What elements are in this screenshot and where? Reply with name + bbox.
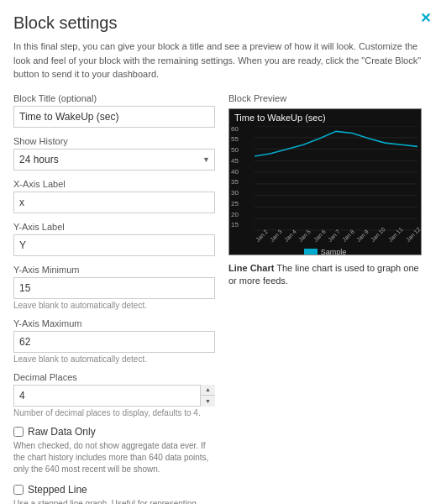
stepped-line-label: Stepped Line xyxy=(28,484,87,496)
raw-data-description: When checked, do not show aggregate data… xyxy=(13,440,215,475)
chart-svg xyxy=(255,126,417,231)
decimal-places-hint: Number of decimal places to display, def… xyxy=(13,408,215,417)
spinner-down-button[interactable]: ▼ xyxy=(201,396,215,407)
y-label-15: 15 xyxy=(231,222,239,228)
decimal-places-input[interactable] xyxy=(13,385,215,407)
show-history-select[interactable]: 1 hour 6 hours 12 hours 24 hours 3 days … xyxy=(13,149,215,171)
main-layout: Block Title (optional) Show History 1 ho… xyxy=(13,93,428,505)
x-axis-input[interactable] xyxy=(13,192,215,213)
block-title-label: Block Title (optional) xyxy=(13,93,215,103)
raw-data-checkbox[interactable] xyxy=(13,427,24,437)
y-axis-min-label: Y-Axis Minimum xyxy=(13,265,215,275)
modal-description: In this final step, you can give your bl… xyxy=(13,39,428,81)
y-label-45: 45 xyxy=(231,158,239,165)
decimal-places-wrapper: ▲ ▼ xyxy=(13,385,215,407)
chart-description-bold: Line Chart xyxy=(228,263,274,273)
spinner-arrows: ▲ ▼ xyxy=(200,385,215,407)
y-label-60: 60 xyxy=(231,126,239,133)
legend-color-swatch xyxy=(304,249,318,255)
close-button[interactable]: ✕ xyxy=(420,10,431,26)
y-label-20: 20 xyxy=(231,212,239,218)
stepped-line-description: Use a stepped line graph. Useful for rep… xyxy=(13,498,215,505)
chart-title: Time to WakeUp (sec) xyxy=(229,109,421,124)
y-axis-labels: 60 55 50 45 40 35 30 25 20 15 xyxy=(231,124,240,231)
y-axis-min-hint: Leave blank to automatically detect. xyxy=(13,301,215,310)
block-settings-modal: ✕ Block settings In this final step, you… xyxy=(0,0,441,504)
chart-container: Time to WakeUp (sec) 60 55 50 45 40 35 3… xyxy=(228,108,422,255)
y-axis-max-input[interactable] xyxy=(13,331,215,353)
preview-label: Block Preview xyxy=(228,93,428,103)
left-column: Block Title (optional) Show History 1 ho… xyxy=(13,93,215,505)
y-axis-label-label: Y-Axis Label xyxy=(13,222,215,232)
chart-area xyxy=(255,126,417,231)
stepped-line-checkbox[interactable] xyxy=(13,485,24,495)
show-history-label: Show History xyxy=(13,136,215,146)
raw-data-label: Raw Data Only xyxy=(28,426,96,438)
x-axis-labels: Jan 2 Jan 3 Jan 4 Jan 5 Jan 6 Jan 7 Jan … xyxy=(255,239,417,244)
raw-data-row: Raw Data Only xyxy=(13,426,215,438)
chart-body: 60 55 50 45 40 35 30 25 20 15 xyxy=(229,124,421,246)
y-label-30: 30 xyxy=(231,190,239,197)
legend-label: Sample xyxy=(321,248,347,255)
y-axis-input[interactable] xyxy=(13,234,215,256)
y-axis-min-input[interactable] xyxy=(13,277,215,299)
stepped-line-row: Stepped Line xyxy=(13,484,215,496)
legend-row: Sample xyxy=(229,246,421,255)
chart-description: Line Chart The line chart is used to gra… xyxy=(228,262,428,288)
y-label-25: 25 xyxy=(231,201,239,207)
x-axis-label-label: X-Axis Label xyxy=(13,179,215,189)
show-history-select-wrapper: 1 hour 6 hours 12 hours 24 hours 3 days … xyxy=(13,149,215,171)
y-label-50: 50 xyxy=(231,147,239,154)
y-label-40: 40 xyxy=(231,169,239,176)
y-label-35: 35 xyxy=(231,179,239,186)
spinner-up-button[interactable]: ▲ xyxy=(201,385,215,396)
decimal-places-label: Decimal Places xyxy=(13,372,215,382)
y-axis-max-hint: Leave blank to automatically detect. xyxy=(13,354,215,364)
y-axis-max-label: Y-Axis Maximum xyxy=(13,318,215,328)
y-label-55: 55 xyxy=(231,136,239,143)
right-column: Block Preview Time to WakeUp (sec) 60 55… xyxy=(228,93,428,505)
block-title-input[interactable] xyxy=(13,106,215,128)
modal-title: Block settings xyxy=(13,13,428,33)
